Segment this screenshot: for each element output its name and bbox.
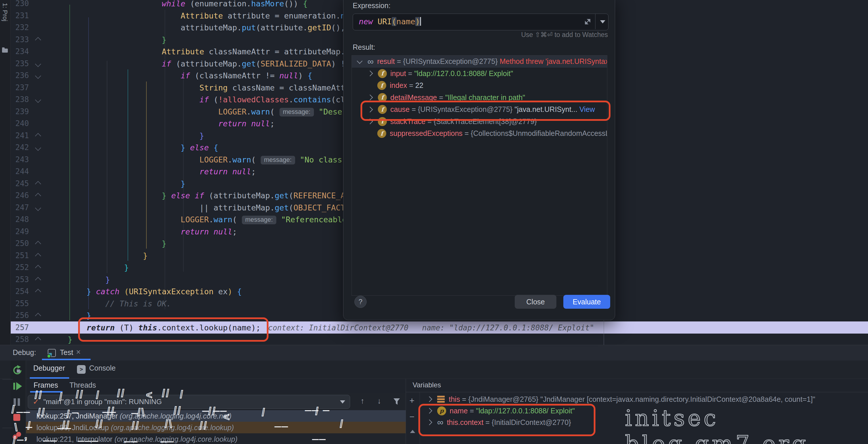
fold-marker[interactable] xyxy=(35,145,41,151)
project-stripe-label[interactable]: 1: Proj xyxy=(1,3,9,22)
close-icon[interactable]: × xyxy=(76,348,81,357)
watermark-mark: _ xyxy=(72,402,79,414)
result-row[interactable]: ∞result = {URISyntaxException@2775} Meth… xyxy=(352,56,607,68)
annotation-box-variables xyxy=(418,404,595,436)
watermark-mark: /\ xyxy=(137,406,146,418)
divider xyxy=(2,379,13,380)
tab-console[interactable]: Console xyxy=(89,364,116,372)
fold-marker[interactable] xyxy=(35,289,41,295)
watermark-mark: __ xyxy=(161,431,175,443)
code-line: if (attributeMap.get(SERIALIZED_DATA) !=… xyxy=(68,58,388,70)
fold-marker[interactable] xyxy=(35,61,41,67)
console-icon[interactable]: > xyxy=(77,365,86,374)
divider xyxy=(406,392,868,392)
fold-marker[interactable] xyxy=(35,277,41,283)
code-line: } xyxy=(68,130,204,142)
watermark-mark: // xyxy=(107,405,115,417)
watermark-mark: // xyxy=(199,420,208,432)
value-icon xyxy=(437,396,445,403)
field-icon: f xyxy=(378,69,387,78)
tab-debugger[interactable]: Debugger xyxy=(33,364,65,372)
watch-icon: ∞ xyxy=(368,57,374,66)
watermark-mark: // xyxy=(95,418,103,430)
code-line: return null; xyxy=(68,166,256,178)
variables-toolbar: + − xyxy=(406,392,420,444)
debugger-toolbar: Debugger > Console xyxy=(0,361,868,379)
fold-marker[interactable] xyxy=(35,193,41,199)
code-line: } xyxy=(68,250,148,262)
result-row[interactable]: findex = 22 xyxy=(352,79,607,92)
fold-marker[interactable] xyxy=(35,337,41,343)
scroll-up-icon[interactable] xyxy=(410,430,415,433)
prev-frame-icon[interactable]: ↑ xyxy=(361,397,365,406)
code-line: while (enumeration.hasMore()) { xyxy=(68,0,308,10)
watermark-mark: / xyxy=(59,391,63,403)
add-watch-icon[interactable]: + xyxy=(409,396,414,405)
expression-history-dropdown-icon[interactable] xyxy=(600,20,605,24)
watermark-mark: < xyxy=(146,389,153,401)
chevron-right-icon xyxy=(367,71,373,76)
filter-frames-icon[interactable] xyxy=(393,398,400,405)
watermark-mark: // xyxy=(76,388,84,401)
help-button[interactable]: ? xyxy=(354,296,367,308)
result-label: Result: xyxy=(353,43,375,52)
variable-row[interactable]: this = {JndiManager@2765} "JndiManager [… xyxy=(420,394,868,405)
annotation-box-lookup-line xyxy=(78,317,269,342)
close-button[interactable]: Close xyxy=(515,295,556,309)
code-line: } xyxy=(68,238,166,250)
watermark-mark: // xyxy=(162,387,170,400)
code-line: } catch (URISyntaxException ex) { xyxy=(68,285,242,298)
watermark-mark: // xyxy=(62,419,70,431)
rerun-icon[interactable] xyxy=(12,365,23,376)
fold-marker[interactable] xyxy=(35,241,41,247)
tool-window-stripe[interactable]: 1: Proj xyxy=(0,0,11,345)
watermark-mark: / xyxy=(315,405,319,417)
divider xyxy=(595,14,596,29)
watermark-mark: / xyxy=(13,435,17,444)
ide-window: 2302312322332342352362372382392402412422… xyxy=(0,0,868,444)
fold-marker[interactable] xyxy=(35,37,41,43)
expand-icon[interactable] xyxy=(584,18,591,26)
fold-marker[interactable] xyxy=(35,133,41,139)
chevron-right-icon xyxy=(367,95,373,100)
fold-marker[interactable] xyxy=(35,205,41,211)
fold-marker[interactable] xyxy=(35,265,41,271)
result-row[interactable]: finput = "ldap://127.0.0.1:8088/ Exploit… xyxy=(352,68,607,80)
result-row[interactable]: fsuppressedExceptions = {Collections$Unm… xyxy=(352,128,607,140)
next-frame-icon[interactable]: ↓ xyxy=(377,397,381,406)
expression-label: Expression: xyxy=(353,1,391,10)
watermark-mark: __ xyxy=(275,416,289,429)
watermark-mark: / xyxy=(262,406,266,418)
remove-watch-icon[interactable]: − xyxy=(409,412,414,421)
fold-marker[interactable] xyxy=(35,73,41,79)
fold-marker[interactable] xyxy=(35,313,41,319)
code-line: } xyxy=(68,262,129,274)
watermark-mark: /\ xyxy=(165,418,173,430)
fold-marker[interactable] xyxy=(35,97,41,103)
annotation-box-cause xyxy=(361,101,611,121)
watermark-mark: \ xyxy=(14,421,19,434)
fold-marker[interactable] xyxy=(35,181,41,187)
chevron-none-icon xyxy=(368,84,372,87)
code-line: return null; xyxy=(68,226,237,238)
folder-icon xyxy=(2,48,8,53)
code-line: } xyxy=(68,334,72,345)
session-tab-test[interactable]: Test × xyxy=(42,345,91,360)
chevron-down-icon[interactable] xyxy=(340,400,345,404)
field-icon: f xyxy=(377,129,386,138)
code-line: } xyxy=(68,178,185,190)
expression-input[interactable]: new URI(name) xyxy=(353,13,609,30)
watermark-mark: / xyxy=(340,418,344,430)
watermark-mark: __ xyxy=(43,431,57,443)
tab-threads[interactable]: Threads xyxy=(69,381,96,389)
watermark-mark: // xyxy=(132,420,140,432)
watermark-mark: / xyxy=(96,389,100,401)
result-tree[interactable]: ∞result = {URISyntaxException@2775} Meth… xyxy=(351,55,607,296)
run-configuration-icon xyxy=(48,349,56,357)
variables-header: Variables xyxy=(412,381,441,389)
watermark-mark: // xyxy=(208,405,216,417)
fold-marker[interactable] xyxy=(35,253,41,259)
tab-frames[interactable]: Frames xyxy=(34,381,58,389)
code-line: // This is OK. xyxy=(68,298,171,310)
evaluate-button[interactable]: Evaluate xyxy=(563,295,610,309)
